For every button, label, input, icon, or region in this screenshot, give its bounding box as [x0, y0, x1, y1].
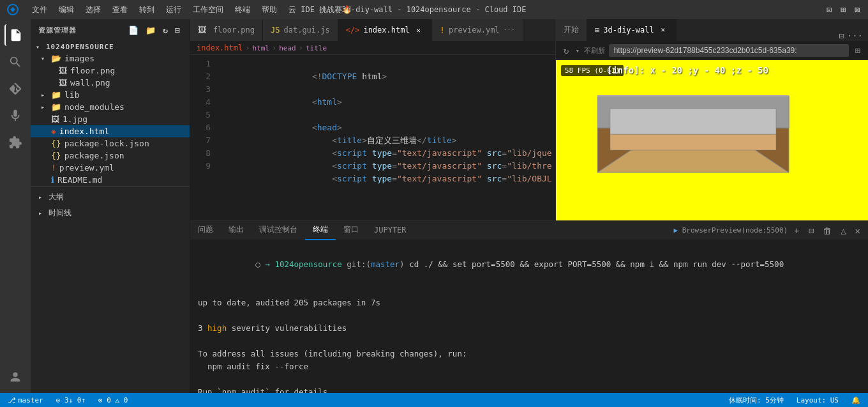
activity-search[interactable] [4, 51, 26, 73]
layout-label: Layout: US [797, 396, 839, 404]
tab-index-html-label: index.html [363, 26, 409, 35]
tab-dat-gui-js-label: dat.gui.js [283, 26, 329, 35]
errors-item[interactable]: ⊗ 0 △ 0 [96, 396, 130, 404]
tree-item-package-json[interactable]: {} package.json [31, 150, 190, 162]
add-terminal-btn[interactable]: + [791, 224, 802, 237]
split-icon[interactable]: ⊟ [839, 31, 844, 41]
preview-content: 58 FPS (0-61) [info]: x - 20 ;y - 40 ;z … [556, 60, 868, 220]
open-external-icon[interactable]: ⊞ [853, 44, 863, 57]
breadcrumb-file[interactable]: index.html [197, 43, 243, 52]
title-bar: 文件 编辑 选择 查看 转到 运行 工作空间 终端 帮助 云 IDE 挑战赛🔥 … [0, 0, 868, 19]
address-input[interactable] [609, 44, 849, 57]
breadcrumb: index.html › html › head › title [190, 42, 555, 55]
activity-bar [0, 19, 31, 393]
menu-bar: 文件 编辑 选择 查看 转到 运行 工作空间 终端 帮助 云 IDE 挑战赛🔥 [27, 3, 357, 17]
tab-preview-yml[interactable]: ! preview.yml ··· [432, 19, 523, 41]
terminal-line-6 [198, 335, 860, 348]
idle-item[interactable]: 休眠时间: 5分钟 [726, 395, 786, 405]
breadcrumb-title[interactable]: title [306, 44, 327, 52]
git-branch-item[interactable]: ⎇ master [5, 396, 46, 404]
panel-tab-jupyter[interactable]: JUPYTER [366, 221, 414, 240]
tree-item-node-modules[interactable]: ▸ 📁 node_modules [31, 101, 190, 113]
breadcrumb-html[interactable]: html [252, 44, 269, 52]
menu-run[interactable]: 运行 [161, 3, 186, 17]
minimize-button[interactable]: ⊡ [825, 5, 834, 14]
panel-tab-problems[interactable]: 问题 [190, 221, 221, 240]
new-file-icon[interactable]: 📄 [127, 24, 140, 36]
preview-tab-3d-diy-wall-label: 3d-diy-wall [603, 26, 654, 35]
close-panel-btn[interactable]: ✕ [853, 224, 863, 237]
preview-tab-icon: ⊞ [595, 26, 599, 35]
activity-explorer[interactable] [4, 24, 26, 46]
timeline-section[interactable]: ▸ 时间线 [31, 205, 190, 221]
json-icon: {} [51, 139, 61, 148]
notification-icon[interactable]: 🔔 [849, 396, 863, 404]
tree-root[interactable]: ▾ 1024OPENSOURCE [31, 42, 190, 52]
layout-item[interactable]: Layout: US [794, 396, 841, 404]
more-icon[interactable]: ··· [847, 31, 863, 41]
menu-workspace[interactable]: 工作空间 [188, 3, 228, 17]
kill-terminal-btn[interactable]: 🗑 [820, 224, 834, 237]
sync-item[interactable]: ⊙ 3↓ 0↑ [54, 396, 88, 404]
menu-select[interactable]: 选择 [80, 3, 106, 17]
panel-actions: ▶ BrowserPreview(node:5500) + ⊟ 🗑 △ ✕ [668, 224, 868, 237]
menu-help[interactable]: 帮助 [257, 3, 282, 17]
tab-dat-gui-js[interactable]: JS dat.gui.js [263, 19, 338, 41]
breadcrumb-head[interactable]: head [279, 44, 296, 52]
maximize-panel-btn[interactable]: △ [838, 224, 848, 237]
tab-floor-png[interactable]: 🖼 floor.png [190, 19, 263, 41]
breadcrumb-sep3: › [299, 43, 303, 52]
panel-tab-output[interactable]: 输出 [221, 221, 251, 240]
menu-view[interactable]: 查看 [107, 3, 133, 17]
terminal-line-9 [198, 373, 860, 386]
maximize-button[interactable]: ⊞ [839, 5, 848, 14]
panel-tab-window-label: 窗口 [343, 224, 359, 235]
activity-debug[interactable] [4, 105, 26, 127]
tab-index-html[interactable]: </> index.html ✕ [338, 19, 432, 41]
tree-item-index-html[interactable]: ◈ index.html [31, 125, 190, 137]
panel-tab-window[interactable]: 窗口 [336, 221, 366, 240]
tree-item-package-lock[interactable]: {} package-lock.json [31, 137, 190, 150]
terminal-line-8: npm audit fix --force [198, 360, 860, 373]
new-folder-icon[interactable]: 📁 [144, 24, 158, 36]
tab-more-icon[interactable]: ··· [504, 26, 515, 33]
tree-item-floor-png[interactable]: 🖼 floor.png [31, 65, 190, 77]
tab-index-html-close[interactable]: ✕ [414, 25, 424, 35]
preview-tab-close[interactable]: ✕ [658, 25, 668, 35]
browser-preview-text: BrowserPreview(node:5500) [682, 226, 788, 234]
tree-item-1jpg[interactable]: 🖼 1.jpg [31, 113, 190, 125]
menu-goto[interactable]: 转到 [134, 3, 160, 17]
tree-item-images[interactable]: ▾ 📂 images [31, 52, 190, 65]
tree-item-wall-png[interactable]: 🖼 wall.png [31, 77, 190, 89]
outline-section[interactable]: ▸ 大纲 [31, 189, 190, 205]
refresh-addr-btn[interactable]: ↻ [561, 44, 571, 57]
activity-account[interactable] [4, 366, 26, 388]
activity-extensions[interactable] [4, 132, 26, 153]
tree-item-lib[interactable]: ▸ 📁 lib [31, 89, 190, 101]
preview-tab-start[interactable]: 开始 [556, 19, 587, 41]
menu-edit[interactable]: 编辑 [54, 3, 79, 17]
collapse-icon[interactable]: ⊟ [174, 24, 182, 36]
errors-label: ⊗ 0 △ 0 [98, 396, 128, 404]
tree-arrow-node-modules: ▸ [41, 104, 51, 111]
activity-git[interactable] [4, 78, 26, 100]
tree-label-1jpg: 1.jpg [63, 114, 87, 124]
menu-terminal[interactable]: 终端 [230, 3, 255, 17]
status-left: ⎇ master ⊙ 3↓ 0↑ ⊗ 0 △ 0 [5, 396, 130, 404]
code-editor[interactable]: 1 2 3 4 5 6 7 8 9 [190, 55, 555, 220]
terminal-content[interactable]: ○ → 1024opensource git:(master) cd ./ &&… [190, 240, 868, 393]
panel-tab-debug-console[interactable]: 调试控制台 [251, 221, 305, 240]
panel-tab-terminal[interactable]: 终端 [305, 221, 336, 240]
close-button[interactable]: ⊠ [853, 5, 862, 14]
panel-tab-output-label: 输出 [228, 224, 244, 235]
preview-tab-3d-diy-wall[interactable]: ⊞ 3d-diy-wall ✕ [587, 19, 677, 41]
panel-tab-terminal-label: 终端 [313, 224, 328, 235]
tree-item-readme[interactable]: ℹ README.md [31, 174, 190, 186]
terminal-line-5: 3 high severity vulnerabilities [198, 322, 860, 335]
split-terminal-btn[interactable]: ⊟ [806, 224, 816, 237]
preview-panel: 开始 ⊞ 3d-diy-wall ✕ ⊟ ··· [555, 19, 868, 220]
addr-dropdown[interactable]: ▾ 不刷新 [575, 46, 604, 56]
menu-file[interactable]: 文件 [27, 3, 52, 17]
refresh-icon[interactable]: ↻ [161, 24, 170, 36]
tree-item-preview-yml[interactable]: ! preview.yml [31, 162, 190, 174]
